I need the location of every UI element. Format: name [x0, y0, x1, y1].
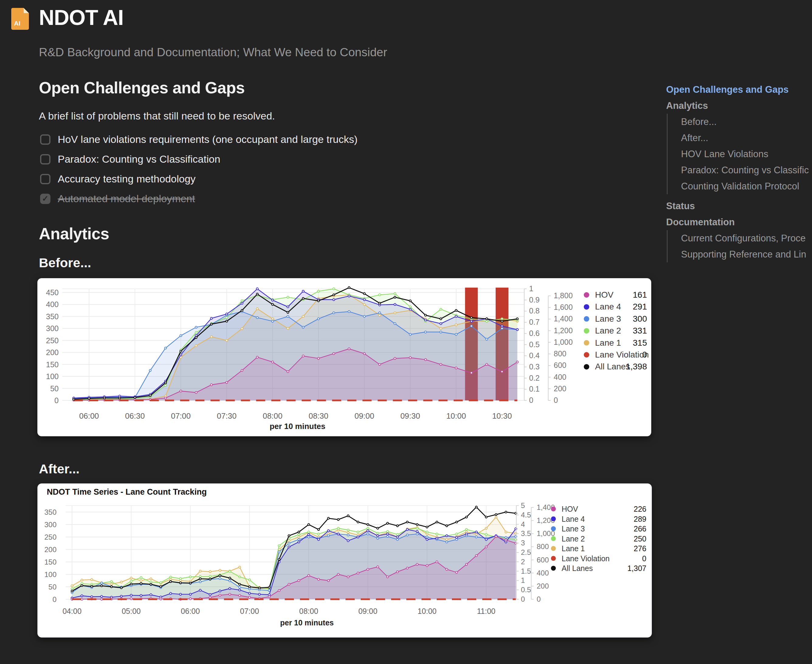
right-axis-ratio-label: 4	[521, 520, 525, 528]
checkbox-unchecked[interactable]	[40, 154, 50, 164]
right-axis-total-label: 400	[554, 373, 567, 381]
y-axis-tick-label: 300	[44, 521, 57, 529]
legend-item[interactable]: All Lanes1,398	[584, 362, 647, 371]
y-axis-tick-label: 0	[53, 595, 57, 604]
x-axis-tick-label: 08:00	[299, 607, 318, 615]
page-icon[interactable]: AI	[11, 8, 29, 30]
x-axis-tick-label: 11:00	[477, 607, 495, 615]
legend-dot-icon	[551, 536, 556, 541]
x-axis-tick-label: 08:30	[309, 411, 328, 420]
x-axis-tick-label: 07:00	[240, 607, 259, 615]
x-axis-tick-label: 06:00	[181, 607, 200, 615]
toc-item-counting-validation[interactable]: Counting Validation Protocol	[681, 178, 812, 194]
checklist-item: Paradox: Counting vs Classification	[40, 149, 358, 169]
checklist-item-label: Automated model deployment	[58, 193, 195, 205]
toc-item-before[interactable]: Before...	[681, 114, 812, 130]
right-axis-ratio-label: 1	[521, 576, 525, 584]
legend-item[interactable]: Lane 4289	[551, 515, 646, 523]
right-axis-ratio-label: 0.3	[529, 362, 540, 371]
legend-dot-icon	[551, 566, 556, 571]
checklist: HoV lane violations requirements (one oc…	[40, 130, 358, 208]
toc-item-analytics[interactable]: Analytics	[666, 98, 812, 114]
legend-item[interactable]: Lane 1276	[551, 544, 646, 553]
toc-item-supporting-reference[interactable]: Supporting Reference and Lin	[681, 246, 812, 262]
toc-item-status[interactable]: Status	[666, 198, 812, 214]
legend-item[interactable]: Lane Violation0	[584, 350, 649, 360]
checklist-item-label: HoV lane violations requirements (one oc…	[58, 133, 358, 145]
toc-item-documentation[interactable]: Documentation	[666, 214, 812, 230]
x-axis-title: per 10 minutes	[270, 422, 325, 431]
x-axis-tick-label: 09:00	[358, 607, 377, 615]
right-axis-total-label: 400	[537, 569, 549, 577]
legend-item[interactable]: Lane 1315	[584, 338, 647, 348]
checkbox-checked[interactable]: ✓	[40, 194, 50, 204]
x-axis-tick-label: 09:30	[400, 411, 420, 420]
legend-dot-icon	[551, 516, 556, 521]
legend-item[interactable]: Lane 4291	[584, 302, 647, 311]
legend-item[interactable]: Lane 2250	[551, 534, 646, 543]
checklist-item: ✓ Automated model deployment	[40, 189, 358, 208]
toc-item-after[interactable]: After...	[681, 130, 812, 146]
before-chart-canvas[interactable]: 05010015020025030035040045000.10.20.30.4…	[37, 278, 651, 436]
right-axis-ratio-label: 0.4	[529, 351, 540, 360]
right-axis-ratio-label: 0.5	[529, 340, 540, 349]
toc-item-paradox[interactable]: Paradox: Counting vs Classific	[681, 162, 812, 178]
heading-after: After...	[39, 462, 80, 477]
x-axis-tick-label: 09:00	[354, 411, 374, 420]
right-axis-ratio-label: 0	[521, 595, 525, 603]
legend-dot-icon	[584, 340, 589, 346]
y-axis-tick-label: 50	[50, 384, 58, 393]
legend-dot-icon	[584, 364, 589, 369]
after-chart-canvas[interactable]: 05010015020025030035000.511.522.533.544.…	[38, 484, 651, 637]
y-axis-tick-label: 450	[46, 288, 58, 297]
legend-item[interactable]: Lane 3300	[584, 314, 647, 324]
legend-item[interactable]: HOV161	[584, 290, 647, 299]
y-axis-tick-label: 150	[44, 558, 57, 566]
heading-before: Before...	[39, 256, 91, 270]
legend-value: 0	[642, 350, 647, 360]
y-axis-tick-label: 350	[44, 508, 57, 516]
checklist-item: HoV lane violations requirements (one oc…	[40, 130, 358, 149]
x-axis-tick-label: 07:30	[217, 411, 236, 420]
legend-label: HOV	[562, 505, 578, 513]
toc-item-current-configurations[interactable]: Current Configurations, Proce	[681, 230, 812, 246]
page-subtitle: R&D Background and Documentation; What W…	[39, 46, 387, 59]
legend-item[interactable]: Lane 2331	[584, 326, 647, 335]
checkbox-unchecked[interactable]	[40, 174, 50, 184]
legend-label: Lane 4	[562, 515, 585, 523]
right-axis-ratio-label: 0	[529, 396, 533, 404]
legend-label: Lane Violation	[595, 350, 649, 360]
legend-dot-icon	[584, 316, 589, 322]
legend-dot-icon	[551, 506, 556, 511]
legend-label: Lane Violation	[562, 554, 610, 563]
legend-item[interactable]: Lane 3266	[551, 524, 646, 533]
page-icon-label: AI	[14, 20, 20, 27]
open-challenges-description: A brief list of problems that still need…	[39, 110, 275, 122]
checkbox-unchecked[interactable]	[40, 134, 50, 145]
legend-item[interactable]: HOV226	[551, 505, 646, 513]
legend-label: Lane 2	[595, 326, 621, 335]
legend-value: 276	[633, 544, 646, 553]
y-axis-tick-label: 250	[44, 533, 57, 541]
y-axis-tick-label: 200	[46, 348, 58, 356]
x-axis-tick-label: 06:00	[79, 411, 99, 420]
before-chart-card: 05010015020025030035040045000.10.20.30.4…	[37, 278, 651, 436]
toc-group-analytics: Before... After... HOV Lane Violations P…	[667, 114, 812, 194]
right-axis-total-label: 600	[537, 556, 549, 564]
legend-item[interactable]: All Lanes1,307	[551, 564, 646, 573]
legend-dot-icon	[551, 556, 556, 561]
legend-item[interactable]: Lane Violation0	[551, 554, 646, 563]
right-axis-ratio-label: 3	[521, 539, 525, 547]
right-axis-ratio-label: 2.5	[521, 548, 531, 557]
x-axis-title: per 10 minutes	[280, 618, 334, 627]
right-axis-ratio-label: 0.5	[521, 586, 531, 594]
toc-item-open-challenges[interactable]: Open Challenges and Gaps	[666, 81, 812, 98]
right-axis-ratio-label: 0.2	[529, 374, 540, 382]
right-axis-total-label: 600	[554, 361, 567, 369]
checklist-item-label: Paradox: Counting vs Classification	[58, 153, 220, 165]
heading-open-challenges: Open Challenges and Gaps	[39, 78, 245, 97]
y-axis-tick-label: 400	[46, 300, 58, 309]
right-axis-total-label: 0	[554, 396, 558, 404]
legend-label: Lane 1	[562, 544, 585, 553]
toc-item-hov-lane-violations[interactable]: HOV Lane Violations	[681, 146, 812, 162]
